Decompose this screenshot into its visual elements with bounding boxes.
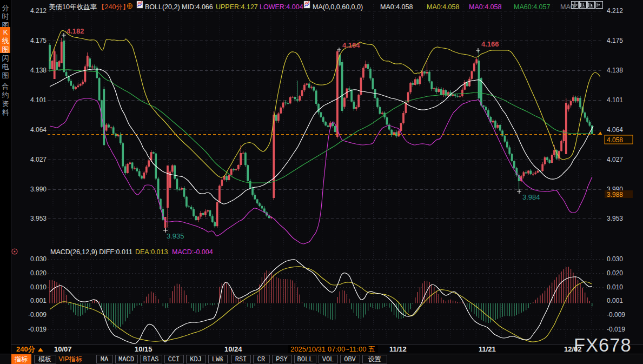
svg-text:4.064: 4.064 bbox=[30, 126, 47, 134]
svg-text:10/24: 10/24 bbox=[224, 345, 242, 353]
svg-text:3.990: 3.990 bbox=[30, 186, 47, 193]
svg-text:-0.019: -0.019 bbox=[28, 326, 47, 333]
svg-text:-0.009: -0.009 bbox=[28, 311, 47, 319]
svg-text:模板: 模板 bbox=[38, 355, 51, 363]
svg-text:4.027: 4.027 bbox=[607, 156, 623, 163]
svg-text:12/02: 12/02 bbox=[564, 345, 582, 353]
svg-text:合: 合 bbox=[2, 82, 9, 90]
svg-text:3.953: 3.953 bbox=[607, 215, 623, 222]
svg-text:3.984: 3.984 bbox=[522, 193, 540, 201]
svg-text:4.064: 4.064 bbox=[607, 126, 623, 134]
svg-text:4.101: 4.101 bbox=[607, 96, 623, 104]
svg-text:4.058: 4.058 bbox=[607, 136, 623, 144]
svg-text:PSY: PSY bbox=[276, 356, 288, 363]
svg-text:3.953: 3.953 bbox=[30, 215, 47, 222]
svg-text:闪: 闪 bbox=[2, 54, 9, 62]
svg-text:2025/10/31 07:00~11:00 五: 2025/10/31 07:00~11:00 五 bbox=[290, 345, 375, 353]
svg-text:11/12: 11/12 bbox=[389, 345, 407, 353]
svg-text:4.175: 4.175 bbox=[607, 37, 623, 44]
svg-text:0.030: 0.030 bbox=[30, 255, 47, 263]
svg-text:MA0:4.058: MA0:4.058 bbox=[380, 3, 413, 11]
svg-text:RSI: RSI bbox=[235, 356, 247, 363]
svg-text:指标: 指标 bbox=[14, 355, 28, 363]
svg-text:美债10年收益率: 美债10年收益率 bbox=[49, 3, 97, 11]
svg-text:240分: 240分 bbox=[16, 345, 36, 353]
svg-text:3.988: 3.988 bbox=[607, 191, 623, 198]
svg-text:MACD(26,12,9) DIFF:0.011: MACD(26,12,9) DIFF:0.011 bbox=[50, 248, 132, 256]
svg-text:LW&: LW& bbox=[212, 356, 224, 363]
svg-text:时: 时 bbox=[2, 12, 9, 21]
svg-text:CR: CR bbox=[257, 356, 265, 363]
svg-text:【240分】: 【240分】 bbox=[98, 3, 129, 11]
svg-text:料: 料 bbox=[2, 108, 9, 116]
svg-text:CCI: CCI bbox=[168, 356, 180, 363]
svg-text:0.010: 0.010 bbox=[30, 283, 47, 291]
svg-text:DEA:0.013: DEA:0.013 bbox=[135, 248, 168, 256]
svg-text:0.030: 0.030 bbox=[607, 255, 623, 263]
svg-text:OBV: OBV bbox=[344, 356, 356, 363]
svg-text:KDJ: KDJ bbox=[190, 356, 202, 363]
svg-text:4.166: 4.166 bbox=[481, 40, 499, 48]
svg-text:约: 约 bbox=[2, 91, 9, 99]
svg-text:0.001: 0.001 bbox=[607, 297, 623, 305]
svg-text:VOL: VOL bbox=[322, 356, 334, 363]
svg-text:设置: 设置 bbox=[368, 356, 381, 363]
svg-text:图: 图 bbox=[2, 45, 9, 54]
svg-text:3.935: 3.935 bbox=[167, 232, 184, 240]
svg-text:资: 资 bbox=[2, 100, 9, 108]
svg-text:4.175: 4.175 bbox=[30, 37, 47, 44]
svg-text:线: 线 bbox=[2, 37, 9, 45]
svg-text:BIAS: BIAS bbox=[143, 356, 159, 363]
svg-text:10/07: 10/07 bbox=[54, 345, 72, 353]
svg-text:0.010: 0.010 bbox=[607, 283, 623, 291]
svg-text:MACD:-0.004: MACD:-0.004 bbox=[172, 248, 213, 256]
svg-text:0.001: 0.001 bbox=[30, 297, 47, 305]
svg-text:0.020: 0.020 bbox=[30, 269, 47, 277]
svg-text:LOWER:4.004: LOWER:4.004 bbox=[260, 3, 303, 11]
svg-text:FX678: FX678 bbox=[574, 335, 632, 355]
svg-text:VIP指标: VIP指标 bbox=[58, 355, 82, 363]
svg-text:MA0:4.058: MA0:4.058 bbox=[427, 3, 460, 11]
svg-text:UPPER:4.127: UPPER:4.127 bbox=[216, 3, 258, 11]
svg-text:11/21: 11/21 bbox=[479, 345, 496, 353]
svg-text:10/15: 10/15 bbox=[135, 345, 153, 353]
svg-text:4.138: 4.138 bbox=[30, 67, 47, 74]
svg-text:4.212: 4.212 bbox=[30, 7, 47, 15]
svg-text:K: K bbox=[3, 28, 8, 36]
svg-text:BOLL(20,2) MID:4.066: BOLL(20,2) MID:4.066 bbox=[145, 3, 213, 11]
svg-text:4.182: 4.182 bbox=[67, 27, 84, 35]
svg-text:4.138: 4.138 bbox=[607, 67, 623, 74]
svg-text:MA: MA bbox=[101, 356, 109, 363]
svg-text:MA0:4.058: MA0:4.058 bbox=[469, 3, 502, 11]
svg-text:电: 电 bbox=[2, 63, 9, 71]
svg-text:分: 分 bbox=[2, 4, 9, 12]
svg-text:4.212: 4.212 bbox=[607, 7, 623, 15]
svg-text:-0.019: -0.019 bbox=[607, 326, 625, 333]
svg-text:MA(0,0,0,60,0,0): MA(0,0,0,60,0,0) bbox=[313, 3, 363, 11]
svg-text:4.101: 4.101 bbox=[30, 96, 47, 104]
svg-text:-0.009: -0.009 bbox=[607, 311, 625, 319]
svg-text:BOLL: BOLL bbox=[297, 356, 313, 363]
svg-text:MA60:4.057: MA60:4.057 bbox=[514, 3, 550, 11]
svg-text:4.027: 4.027 bbox=[30, 156, 47, 163]
svg-text:0.020: 0.020 bbox=[607, 269, 623, 277]
svg-text:图: 图 bbox=[2, 71, 9, 80]
svg-text:MACD: MACD bbox=[118, 356, 134, 363]
svg-text:MA0:: MA0: bbox=[560, 3, 576, 11]
svg-text:4.164: 4.164 bbox=[342, 41, 360, 49]
